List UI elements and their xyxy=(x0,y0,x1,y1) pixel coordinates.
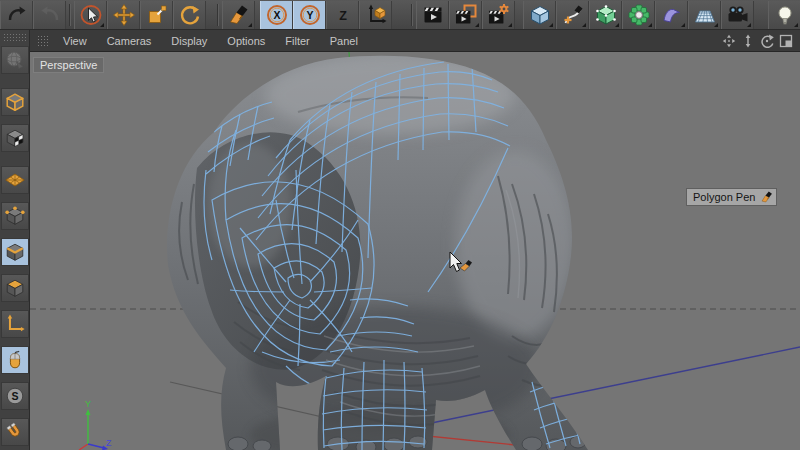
viewport-solo-button[interactable]: S xyxy=(1,382,29,410)
polygons-mode-button[interactable] xyxy=(1,274,29,302)
viewport-solo-icon: S xyxy=(4,385,26,407)
cube-icon xyxy=(528,3,552,27)
lock-x-axis-button[interactable]: X xyxy=(260,1,293,29)
enable-snap-button[interactable] xyxy=(1,418,29,446)
redo-button[interactable] xyxy=(33,1,66,29)
axis-ring-icon: X xyxy=(265,3,289,27)
camera-button[interactable] xyxy=(721,1,754,29)
tool-tooltip: Polygon Pen xyxy=(686,188,777,206)
mouse-icon xyxy=(4,349,26,371)
camera-icon xyxy=(726,3,750,27)
scale-button[interactable] xyxy=(140,1,173,29)
toggle-panel-icon[interactable] xyxy=(778,33,793,48)
undo-icon xyxy=(5,3,29,27)
snap-magnet-icon xyxy=(4,421,26,443)
polygons-mode-icon xyxy=(4,277,26,299)
floor-button[interactable] xyxy=(688,1,721,29)
menubar-grip[interactable] xyxy=(37,35,48,47)
render-view-icon xyxy=(421,3,445,27)
spline-pen-icon xyxy=(561,3,585,27)
texture-mode-icon xyxy=(4,127,26,149)
tooltip-label: Polygon Pen xyxy=(693,191,755,203)
zoom-view-icon[interactable] xyxy=(740,33,755,48)
enable-axis-icon xyxy=(4,313,26,335)
generators-button[interactable] xyxy=(622,1,655,29)
render-settings-icon xyxy=(487,3,511,27)
top-toolbar: XYZ xyxy=(0,0,800,30)
menu-display[interactable]: Display xyxy=(161,30,217,51)
pan-view-icon[interactable] xyxy=(721,33,736,48)
axis-letter-icon: Z xyxy=(331,3,355,27)
workplane-mode-button[interactable] xyxy=(1,166,29,194)
floor-icon xyxy=(693,3,717,27)
points-mode-button[interactable] xyxy=(1,202,29,230)
deformer-icon xyxy=(660,3,684,27)
camera-label[interactable]: Perspective xyxy=(33,57,104,73)
primitive-cube-button[interactable] xyxy=(523,1,556,29)
rotate-button[interactable] xyxy=(173,1,206,29)
enable-axis-button[interactable] xyxy=(1,310,29,338)
svg-text:Y: Y xyxy=(306,9,313,21)
render-picture-viewer-button[interactable] xyxy=(449,1,482,29)
light-button[interactable] xyxy=(768,1,800,29)
viewport-canvas: Y Z xyxy=(30,52,800,450)
tweak-mode-button[interactable] xyxy=(1,346,29,374)
svg-text:X: X xyxy=(273,9,280,21)
move-icon xyxy=(112,3,136,27)
menu-view[interactable]: View xyxy=(53,30,97,51)
edges-mode-icon xyxy=(4,241,26,263)
scale-icon xyxy=(145,3,169,27)
rotate-icon xyxy=(178,3,202,27)
mode-palette: S xyxy=(0,30,30,450)
texture-mode-button[interactable] xyxy=(1,124,29,152)
make-editable-button[interactable] xyxy=(1,46,29,74)
polygon-pen-icon xyxy=(760,190,774,204)
menu-filter[interactable]: Filter xyxy=(275,30,319,51)
active-tool-polygon-pen-button[interactable] xyxy=(222,1,255,29)
axis-ring-icon: Y xyxy=(298,3,322,27)
redo-icon xyxy=(38,3,62,27)
lock-z-axis-button[interactable]: Z xyxy=(326,1,359,29)
deformers-button[interactable] xyxy=(655,1,688,29)
3d-viewport[interactable]: Y Z Perspective Polygon Pen xyxy=(30,52,800,450)
viewport-menubar: ViewCamerasDisplayOptionsFilterPanel xyxy=(30,30,800,52)
toolbar-separator xyxy=(214,1,222,29)
live-selection-icon xyxy=(79,3,103,27)
points-mode-icon xyxy=(4,205,26,227)
make-editable-icon xyxy=(4,49,26,71)
gizmo-z-label: Z xyxy=(106,438,112,448)
coordinate-system-button[interactable] xyxy=(359,1,392,29)
subdivision-surface-button[interactable] xyxy=(589,1,622,29)
menu-cameras[interactable]: Cameras xyxy=(97,30,162,51)
svg-text:S: S xyxy=(11,390,18,402)
menu-panel[interactable]: Panel xyxy=(320,30,368,51)
rotate-view-icon[interactable] xyxy=(759,33,774,48)
spline-pen-button[interactable] xyxy=(556,1,589,29)
live-selection-button[interactable] xyxy=(74,1,107,29)
edges-mode-button[interactable] xyxy=(1,238,29,266)
render-picture-icon xyxy=(454,3,478,27)
move-button[interactable] xyxy=(107,1,140,29)
svg-text:Z: Z xyxy=(339,8,347,22)
subdivision-surface-icon xyxy=(594,3,618,27)
render-view-button[interactable] xyxy=(416,1,449,29)
light-icon xyxy=(773,3,797,27)
axis-gizmo: Y Z xyxy=(79,399,112,450)
workplane-icon xyxy=(4,169,26,191)
sidebar-grip[interactable] xyxy=(3,33,27,43)
undo-button[interactable] xyxy=(0,1,33,29)
toolbar-separator xyxy=(66,1,74,29)
model-mode-button[interactable] xyxy=(1,88,29,116)
lock-y-axis-button[interactable]: Y xyxy=(293,1,326,29)
generators-icon xyxy=(627,3,651,27)
coord-system-icon xyxy=(364,3,388,27)
render-settings-button[interactable] xyxy=(482,1,515,29)
polygon-pen-icon xyxy=(227,3,251,27)
model-mode-icon xyxy=(4,91,26,113)
gizmo-y-label: Y xyxy=(85,399,91,409)
creature-model xyxy=(167,55,588,450)
menu-options[interactable]: Options xyxy=(217,30,275,51)
toolbar-separator xyxy=(408,1,416,29)
